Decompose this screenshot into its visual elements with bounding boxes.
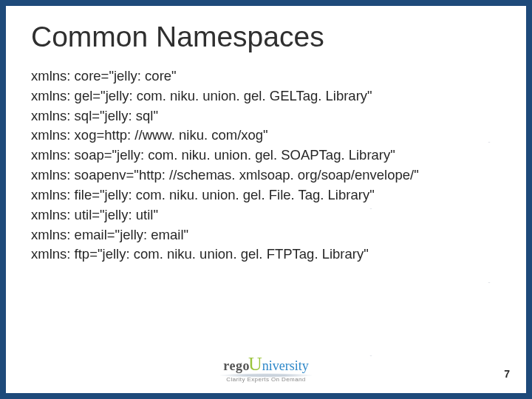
ns-line: xmlns: core="jelly: core" <box>31 66 526 86</box>
ns-line: xmlns: soapenv="http: //schemas. xmlsoap… <box>31 166 526 185</box>
namespace-list: xmlns: core="jelly: core" xmlns: gel="je… <box>31 66 526 265</box>
logo-tagline: Clarity Experts On Demand <box>226 376 305 383</box>
ns-line: xmlns: email="jelly: email" <box>31 225 526 245</box>
ns-line: xmlns: gel="jelly: com. niku. union. gel… <box>31 86 526 106</box>
ns-line: xmlns: util="jelly: util" <box>31 205 526 225</box>
page-number: 7 <box>504 368 510 380</box>
ns-line: xmlns: xog=http: //www. niku. com/xog" <box>31 126 526 146</box>
logo: rego U niversity Clarity Experts On Dema… <box>218 353 314 383</box>
footer: rego U niversity Clarity Experts On Dema… <box>6 353 526 383</box>
logo-text-u: U <box>248 353 262 375</box>
slide-frame: Common Namespaces xmlns: core="jelly: co… <box>0 0 532 399</box>
ns-line: xmlns: sql="jelly: sql" <box>31 106 526 126</box>
ns-line: xmlns: ftp="jelly: com. niku. union. gel… <box>31 245 526 265</box>
slide-title: Common Namespaces <box>31 21 526 53</box>
ns-line: xmlns: file="jelly: com. niku. union. ge… <box>31 185 526 205</box>
logo-text-niversity: niversity <box>262 358 309 374</box>
ns-line: xmlns: soap="jelly: com. niku. union. ge… <box>31 146 526 166</box>
logo-text-rego: rego <box>223 358 250 374</box>
